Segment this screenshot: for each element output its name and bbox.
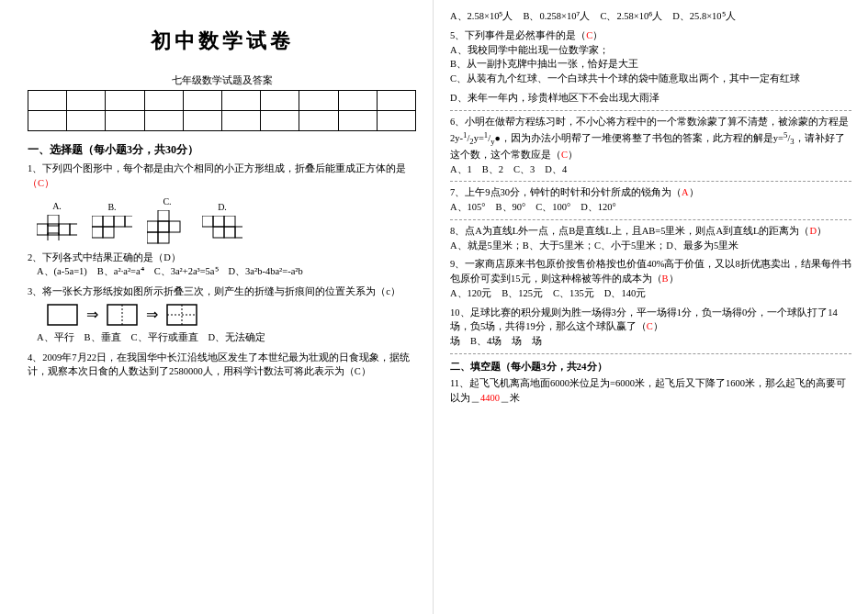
svg-rect-22 [235,227,242,238]
svg-rect-16 [158,232,169,243]
svg-rect-5 [48,233,59,240]
table-cell [377,111,415,131]
q3-options: A、平行 B、垂直 C、平行或垂直 D、无法确定 [37,332,265,342]
table-cell [67,111,106,131]
fold1-svg [106,303,139,327]
table-cell [377,91,415,111]
main-title: 初中数学试卷 [28,28,416,55]
divider1 [450,110,851,111]
question-3: 3、将一张长方形纸按如图所示折叠三次，则产生的折缝与折痕间的位置关系为（c） ⇒… [28,285,416,345]
table-cell [144,91,183,111]
q8-text: 8、点A为直线L外一点，点B是直线L上，且AB=5里米，则点A到直线L的距离为（… [450,226,827,236]
answer-table-title: 七年级数学试题及答案 [28,73,416,87]
divider4 [450,353,851,354]
right-page: A、2.58×10⁵人 B、0.258×10⁷人 C、2.58×10⁶人 D、2… [434,0,868,614]
svg-rect-18 [202,216,213,227]
question-7: 7、上午9点30分，钟针的时针和分针所成的锐角为（A） A、105° B、90°… [450,185,851,215]
table-cell [338,111,377,131]
table-cell [261,91,299,111]
question-2: 2、下列各式中结果正确的是（D） A、(a-5a=1) B、a²·a²=a⁴ C… [28,251,416,280]
svg-rect-19 [213,216,224,227]
question-5: 5、下列事件是必然事件的是（C） A、我校同学中能出现一位数学家； B、从一副扑… [450,28,851,86]
svg-rect-7 [103,216,114,227]
section1-title: 一、选择题（每小题3分，共30分） [28,142,416,158]
q6-expr: 2y-1/2y=1/y●，因为办法小明帮了一堆便将整了书包的答案，此方程的解是y… [450,133,845,160]
table-cell [106,91,144,111]
q8-opts: A、就是5里米；B、大于5里米；C、小于5里米；D、最多为5里米 [450,240,738,251]
left-page: 初中数学试卷 七年级数学试题及答案 [0,0,434,614]
q2-options: A、(a-5a=1) B、a²·a²=a⁴ C、3a²+2a³=5a⁵ D、3a… [37,266,303,276]
fig-d: D. [202,200,242,240]
question-8: 8、点A为直线L外一点，点B是直线L上，且AB=5里米，则点A到直线L的距离为（… [450,224,851,253]
rect-shape-svg [46,303,79,327]
table-cell [144,111,183,131]
svg-rect-2 [59,224,70,235]
fig-d-svg [202,216,242,240]
question-11: 11、起飞飞机离高地面6000米位足为=6000米，起飞后又下降了1600米，那… [450,376,851,406]
q5-optD: D、来年一年内，珍贵样地区下不会出现大雨泽 [450,91,851,106]
divider3 [450,219,851,220]
divider2 [450,181,851,182]
table-cell [261,111,299,131]
section2-title: 二、填空题（每小题3分，共24分） [450,360,851,374]
svg-rect-20 [224,216,235,227]
question-1: 1、下列四个图形中，每个都是由六个相同的小正方形组成，折叠后能重成正方体的是 （… [28,162,416,245]
question-9: 9、一家商店原来书包原价按售价格按也价值40%高于价值，又以8折优惠卖出，结果每… [450,257,851,300]
q6-text: 6、小明在做帮方程练习时，不小心将方程中的一个常数涂蒙了算不清楚，被涂蒙的方程是 [450,117,849,127]
fig-b: B. [92,200,132,240]
q5-optB: B、从一副扑克牌中抽出一张，恰好是大王 [450,59,638,69]
table-cell [106,111,144,131]
q5-text: 5、下列事件是必然事件的是（C） [450,30,603,40]
svg-rect-4 [70,224,77,235]
q1-figures: A. B. [37,195,416,245]
table-cell [183,111,221,131]
q1-answer: （C） [28,178,54,188]
svg-rect-17 [147,232,158,243]
fig-a: A. [37,199,77,240]
arrow1: ⇒ [86,304,98,326]
answer-table-section: 七年级数学试题及答案 [28,73,416,131]
table-cell [338,91,377,111]
q5-optC: C、从装有九个红球、一个白球共十个球的袋中随意取出两个，其中一定有红球 [450,73,800,84]
svg-rect-24 [48,305,77,325]
fold2-svg [165,303,198,327]
q9-opts: A、120元 B、125元 C、135元 D、140元 [450,288,646,298]
svg-rect-14 [158,221,169,232]
svg-rect-8 [114,216,125,227]
svg-rect-0 [37,224,48,235]
table-cell [28,111,67,131]
q11-text: 11、起飞飞机离高地面6000米位足为=6000米，起飞后又下降了1600米，那… [450,378,846,403]
table-cell [299,91,338,111]
q7-opts: A、105° B、90° C、100° D、120° [450,202,616,212]
q5-optA: A、我校同学中能出现一位数学家； [450,45,609,55]
svg-rect-15 [169,221,180,232]
table-cell [183,91,221,111]
q3-text: 3、将一张长方形纸按如图所示折叠三次，则产生的折缝与折痕间的位置关系为（c） [28,286,400,296]
arrow2: ⇒ [146,304,158,326]
q4-opts-text: A、2.58×10⁵人 B、0.258×10⁷人 C、2.58×10⁶人 D、2… [450,11,736,21]
q3-figure: ⇒ ⇒ [46,303,416,327]
q1-num: 1、下列四个图形中，每个都是由六个相同的小正方形组成，折叠后能重成正方体的是 [28,163,406,173]
svg-rect-9 [125,216,132,227]
q4-text: 4、2009年7月22日，在我国华中长江沿线地区发生了本世纪最为壮观的日食现象，… [28,352,410,377]
svg-rect-12 [158,210,169,221]
table-cell [221,91,260,111]
svg-rect-10 [92,227,103,238]
q4-right-options: A、2.58×10⁵人 B、0.258×10⁷人 C、2.58×10⁶人 D、2… [450,9,851,24]
q5-d-text: D、来年一年内，珍贵样地区下不会出现大雨泽 [450,93,659,103]
svg-rect-13 [147,221,158,232]
fig-c: C. [147,195,187,245]
svg-rect-6 [92,216,103,227]
answer-table [28,90,416,131]
table-cell [221,111,260,131]
table-cell [299,111,338,131]
q7-text: 7、上午9点30分，钟针的时针和分针所成的锐角为（A） [450,187,699,197]
question-10: 10、足球比赛的积分规则为胜一场得3分，平一场得1分，负一场得0分，一个球队打了… [450,306,851,349]
q9-text: 9、一家商店原来书包原价按售价格按也价值40%高于价值，又以8折优惠卖出，结果每… [450,259,851,284]
fig-a-svg [37,215,77,240]
svg-rect-11 [103,227,114,238]
table-cell [28,91,67,111]
svg-rect-23 [213,227,224,238]
fig-c-svg [147,210,187,245]
q2-text: 2、下列各式中结果正确的是（D） [28,252,181,262]
